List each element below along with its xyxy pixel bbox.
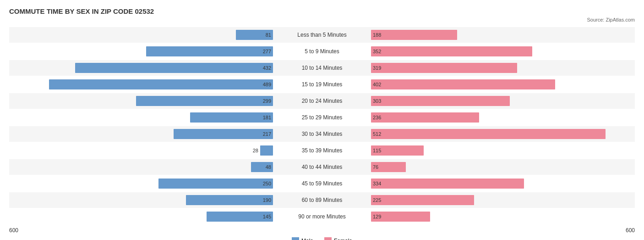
- chart-container: 81Less than 5 Minutes1882775 to 9 Minute…: [9, 27, 635, 224]
- chart-row: 25045 to 59 Minutes334: [9, 176, 635, 191]
- female-bar: 236: [371, 112, 479, 123]
- male-bar: [260, 145, 273, 156]
- female-bar: 129: [371, 212, 430, 222]
- axis-left-label: 600: [9, 227, 18, 234]
- male-bar-container: 48: [9, 162, 275, 172]
- female-bar-container: 225: [369, 195, 635, 205]
- male-bar-container: 489: [9, 79, 275, 89]
- male-bar-container: 299: [9, 96, 275, 106]
- chart-row: 4840 to 44 Minutes76: [9, 159, 635, 175]
- male-bar-container: 432: [9, 63, 275, 73]
- female-value: 76: [373, 164, 378, 170]
- legend-female-box: [324, 237, 332, 240]
- female-bar-container: 76: [369, 162, 635, 172]
- male-value: 190: [263, 197, 271, 203]
- row-label: 15 to 19 Minutes: [275, 81, 369, 88]
- female-bar: 334: [371, 179, 524, 189]
- female-bar: 319: [371, 63, 517, 73]
- male-bar: 299: [136, 96, 273, 106]
- chart-row: 81Less than 5 Minutes188: [9, 27, 635, 43]
- female-value: 334: [373, 181, 381, 186]
- legend-male: Male: [292, 237, 313, 240]
- male-bar: 432: [75, 63, 273, 73]
- male-bar: 277: [146, 46, 273, 56]
- male-bar: 181: [190, 112, 273, 123]
- male-value: 28: [253, 148, 258, 153]
- chart-row: 48915 to 19 Minutes402: [9, 77, 635, 92]
- female-bar-container: 188: [369, 30, 635, 40]
- female-value: 188: [373, 32, 381, 38]
- female-value: 236: [373, 115, 381, 120]
- female-bar: 303: [371, 96, 510, 106]
- female-bar-container: 319: [369, 63, 635, 73]
- female-bar-container: 115: [369, 145, 635, 156]
- male-bar: 81: [236, 30, 273, 40]
- female-bar: 115: [371, 145, 424, 156]
- male-bar-container: 145: [9, 212, 275, 222]
- male-bar-container: 181: [9, 112, 275, 123]
- row-label: 10 to 14 Minutes: [275, 65, 369, 71]
- legend-female: Female: [324, 237, 352, 240]
- male-value: 181: [263, 115, 271, 120]
- male-bar: 48: [251, 162, 273, 172]
- legend-male-box: [292, 237, 299, 240]
- row-label: 30 to 34 Minutes: [275, 131, 369, 137]
- chart-row: 43210 to 14 Minutes319: [9, 60, 635, 76]
- row-label: 20 to 24 Minutes: [275, 98, 369, 104]
- male-bar: 250: [158, 179, 273, 189]
- axis-right-label: 600: [626, 227, 635, 234]
- male-bar-container: 277: [9, 46, 275, 56]
- male-value: 145: [263, 214, 271, 219]
- male-value: 250: [263, 181, 271, 186]
- male-value: 489: [263, 82, 271, 87]
- chart-row: 14590 or more Minutes129: [9, 209, 635, 224]
- legend-female-label: Female: [334, 238, 352, 240]
- chart-row: 29920 to 24 Minutes303: [9, 93, 635, 109]
- chart-row: 2775 to 9 Minutes352: [9, 44, 635, 59]
- row-label: 90 or more Minutes: [275, 213, 369, 220]
- row-label: 5 to 9 Minutes: [275, 48, 369, 55]
- legend: Male Female: [9, 237, 635, 240]
- row-label: 25 to 29 Minutes: [275, 114, 369, 121]
- row-label: 45 to 59 Minutes: [275, 180, 369, 187]
- female-bar-container: 512: [369, 129, 635, 139]
- female-bar: 512: [371, 129, 606, 139]
- female-bar-container: 129: [369, 212, 635, 222]
- legend-male-label: Male: [301, 238, 313, 240]
- row-label: 35 to 39 Minutes: [275, 147, 369, 154]
- chart-title: COMMUTE TIME BY SEX IN ZIP CODE 02532: [9, 7, 635, 15]
- row-label: 60 to 89 Minutes: [275, 197, 369, 203]
- female-bar: 352: [371, 46, 532, 56]
- source-label: Source: ZipAtlas.com: [9, 17, 635, 22]
- female-bar: 225: [371, 195, 474, 205]
- female-value: 512: [373, 131, 381, 137]
- chart-row: 19060 to 89 Minutes225: [9, 192, 635, 208]
- axis-row: 600 600: [9, 225, 635, 235]
- male-bar: 190: [186, 195, 273, 205]
- female-value: 115: [373, 148, 381, 153]
- male-bar: 489: [49, 79, 273, 89]
- chart-row: 2835 to 39 Minutes115: [9, 143, 635, 158]
- female-bar-container: 402: [369, 79, 635, 89]
- row-label: 40 to 44 Minutes: [275, 164, 369, 170]
- male-bar-container: 217: [9, 129, 275, 139]
- male-bar-container: 28: [9, 145, 275, 156]
- female-bar: 402: [371, 79, 555, 89]
- female-bar-container: 334: [369, 179, 635, 189]
- female-bar-container: 236: [369, 112, 635, 123]
- male-value: 217: [263, 131, 271, 137]
- male-bar-container: 81: [9, 30, 275, 40]
- female-bar: 188: [371, 30, 457, 40]
- female-value: 402: [373, 82, 381, 87]
- female-bar: 76: [371, 162, 406, 172]
- male-value: 81: [266, 32, 271, 38]
- male-bar-container: 190: [9, 195, 275, 205]
- female-value: 303: [373, 98, 381, 104]
- male-value: 48: [266, 164, 271, 170]
- row-label: Less than 5 Minutes: [275, 32, 369, 38]
- female-bar-container: 303: [369, 96, 635, 106]
- male-bar: 145: [207, 212, 273, 222]
- female-value: 129: [373, 214, 381, 219]
- female-value: 225: [373, 197, 381, 203]
- female-bar-container: 352: [369, 46, 635, 56]
